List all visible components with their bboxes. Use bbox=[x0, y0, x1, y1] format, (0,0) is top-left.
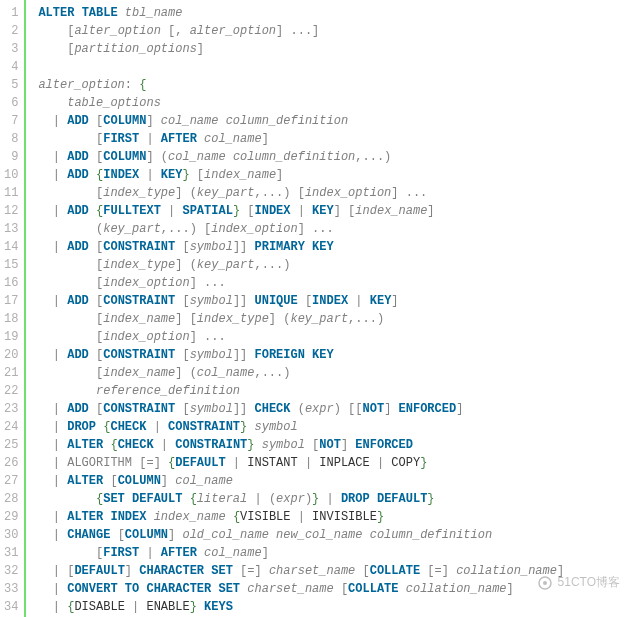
token-p bbox=[197, 546, 204, 560]
token-kw: INDEX bbox=[110, 510, 146, 524]
token-p: ] bbox=[125, 564, 139, 578]
token-p: | bbox=[38, 168, 67, 182]
logo-icon bbox=[538, 575, 557, 589]
code-line: [index_type] (key_part,...) [index_optio… bbox=[38, 184, 564, 202]
token-ar: index_option bbox=[211, 222, 297, 236]
line-number: 26 bbox=[4, 454, 18, 472]
code-line: [index_option] ... bbox=[38, 328, 564, 346]
line-number: 11 bbox=[4, 184, 18, 202]
token-kw: FIRST bbox=[103, 546, 139, 560]
token-p: ] bbox=[197, 42, 204, 56]
token-ar: index_option bbox=[305, 186, 391, 200]
token-kw: TABLE bbox=[82, 6, 118, 20]
token-ar: index_name bbox=[204, 168, 276, 182]
token-p: | bbox=[38, 510, 67, 524]
token-p: [ bbox=[175, 348, 189, 362]
token-p: ] ... bbox=[190, 276, 226, 290]
token-p: ] [ bbox=[175, 312, 197, 326]
token-ar: charset_name bbox=[269, 564, 355, 578]
token-p: ,...) [ bbox=[161, 222, 211, 236]
token-ar: symbol bbox=[190, 402, 233, 416]
line-number: 34 bbox=[4, 598, 18, 616]
token-p bbox=[182, 492, 189, 506]
token-p: ]] bbox=[233, 240, 255, 254]
code-line: | [DEFAULT] CHARACTER SET [=] charset_na… bbox=[38, 562, 564, 580]
token-ar: alter_option bbox=[190, 24, 276, 38]
token-kw: ALTER bbox=[67, 438, 103, 452]
token-p: | bbox=[146, 420, 168, 434]
code-content: ALTER TABLE tbl_name [alter_option [, al… bbox=[26, 0, 564, 617]
token-ar: col_name bbox=[204, 546, 262, 560]
token-p bbox=[218, 114, 225, 128]
token-p: ] [ bbox=[334, 204, 356, 218]
line-number: 1 bbox=[4, 4, 18, 22]
token-kw: COLUMN bbox=[103, 114, 146, 128]
line-number: 9 bbox=[4, 148, 18, 166]
token-ar: col_name bbox=[168, 150, 226, 164]
token-p: | bbox=[161, 204, 183, 218]
token-p: | bbox=[38, 240, 67, 254]
token-p: [ bbox=[175, 402, 189, 416]
code-line: table_options bbox=[38, 94, 564, 112]
token-kw: ALTER bbox=[38, 6, 74, 20]
token-p: ] ( bbox=[175, 366, 197, 380]
token-kw: TO bbox=[125, 582, 139, 596]
token-p: | bbox=[226, 456, 248, 470]
token-kw: ADD bbox=[67, 150, 89, 164]
code-line: | ADD [COLUMN] col_name column_definitio… bbox=[38, 112, 564, 130]
token-ar: symbol bbox=[190, 240, 233, 254]
token-p: ] ( bbox=[269, 312, 291, 326]
token-ar: key_part bbox=[290, 312, 348, 326]
watermark-text: 51CTO博客 bbox=[558, 575, 620, 589]
code-line: | ADD [CONSTRAINT [symbol]] PRIMARY KEY bbox=[38, 238, 564, 256]
code-line: | ALGORITHM [=] {DEFAULT | INSTANT | INP… bbox=[38, 454, 564, 472]
token-k2: INSTANT bbox=[247, 456, 297, 470]
token-kw: AFTER bbox=[161, 132, 197, 146]
code-line: | ADD [CONSTRAINT [symbol]] FOREIGN KEY bbox=[38, 346, 564, 364]
token-g: } bbox=[427, 492, 434, 506]
code-line: | CHANGE [COLUMN] old_col_name new_col_n… bbox=[38, 526, 564, 544]
token-k2: ENABLE bbox=[146, 600, 189, 614]
code-line: [index_type] (key_part,...) bbox=[38, 256, 564, 274]
token-p bbox=[269, 528, 276, 542]
token-kw: DEFAULT bbox=[377, 492, 427, 506]
token-kw: CHARACTER bbox=[139, 564, 204, 578]
token-p bbox=[38, 96, 67, 110]
line-number: 3 bbox=[4, 40, 18, 58]
token-kw: DEFAULT bbox=[74, 564, 124, 578]
token-kw: CONSTRAINT bbox=[103, 240, 175, 254]
code-line: | CONVERT TO CHARACTER SET charset_name … bbox=[38, 580, 564, 598]
line-number: 32 bbox=[4, 562, 18, 580]
token-kw: NOT bbox=[319, 438, 341, 452]
line-number: 27 bbox=[4, 472, 18, 490]
code-line: | ALTER {CHECK | CONSTRAINT} symbol [NOT… bbox=[38, 436, 564, 454]
token-p: ] bbox=[456, 402, 463, 416]
token-p bbox=[125, 492, 132, 506]
token-p: | bbox=[139, 546, 161, 560]
token-ar: col_name bbox=[161, 114, 219, 128]
token-kw: DEFAULT bbox=[132, 492, 182, 506]
token-kw: CHANGE bbox=[67, 528, 110, 542]
token-ar: table_options bbox=[67, 96, 161, 110]
code-line: | DROP {CHECK | CONSTRAINT} symbol bbox=[38, 418, 564, 436]
token-kw: CONSTRAINT bbox=[103, 348, 175, 362]
token-p: [ bbox=[38, 276, 103, 290]
token-p: [ bbox=[298, 294, 312, 308]
token-p: [ bbox=[355, 564, 369, 578]
token-p: [ bbox=[38, 42, 74, 56]
token-p bbox=[254, 438, 261, 452]
token-p: | bbox=[348, 294, 370, 308]
token-ar: index_name bbox=[355, 204, 427, 218]
token-ar: charset_name bbox=[247, 582, 333, 596]
token-kw: SET bbox=[211, 564, 233, 578]
token-p: ] bbox=[427, 204, 434, 218]
line-number: 19 bbox=[4, 328, 18, 346]
token-kw: KEYS bbox=[204, 600, 233, 614]
token-p: | bbox=[139, 132, 161, 146]
token-kw: ADD bbox=[67, 348, 89, 362]
token-p: | bbox=[38, 474, 67, 488]
line-number: 13 bbox=[4, 220, 18, 238]
code-line: | ADD {INDEX | KEY} [index_name] bbox=[38, 166, 564, 184]
token-kw: CHECK bbox=[110, 420, 146, 434]
token-p: [ bbox=[334, 582, 348, 596]
